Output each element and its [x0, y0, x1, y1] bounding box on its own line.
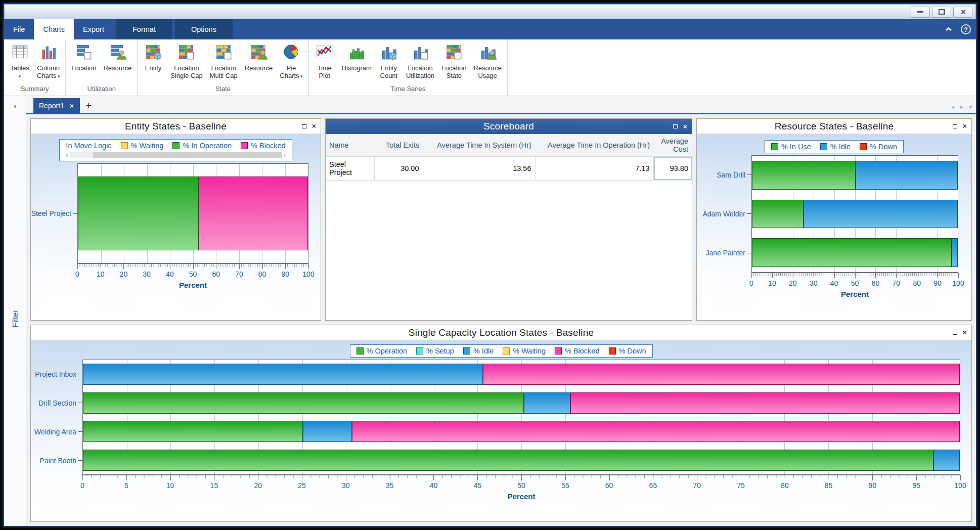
close-button[interactable] — [953, 7, 972, 18]
ribbon-tab-export[interactable]: Export — [74, 19, 113, 39]
minimize-button[interactable] — [911, 7, 930, 18]
report-tabstrip: Report1 + ◂ ▸ ▾ — [26, 96, 976, 114]
ribbon-button-entity-count[interactable]: EntityCount — [375, 41, 403, 79]
filter-label[interactable]: Filter — [11, 310, 20, 327]
help-icon[interactable]: ? — [961, 24, 971, 34]
legend-label: % Operation — [367, 347, 408, 355]
axis-tick-label: 50 — [189, 270, 197, 278]
tab-close-icon[interactable] — [69, 104, 74, 108]
column-header-average-time-in-system-hr[interactable]: Average Time In System (Hr) — [423, 134, 535, 157]
panel-close-icon[interactable] — [962, 330, 967, 335]
ribbon-tab-format[interactable]: Format — [123, 19, 165, 39]
column-header-average-cost[interactable]: Average Cost — [653, 134, 692, 157]
ribbon-tab-options[interactable]: Options — [182, 19, 226, 39]
ribbon-button-column-charts[interactable]: ColumnCharts ▾ — [33, 41, 63, 80]
ribbon-button-location-state[interactable]: LocationState — [438, 41, 470, 79]
bar-segment-idle — [856, 161, 958, 190]
ribbon-group-utilization: LocationResourceUtilization — [66, 39, 138, 96]
cell-average-cost[interactable]: 93.80 — [653, 157, 692, 181]
tab-scroll-right-icon[interactable]: ▸ — [960, 104, 963, 110]
ribbon-button-tables[interactable]: Tables ▾ — [6, 41, 33, 80]
legend-item-waiting[interactable]: % Waiting — [503, 347, 546, 355]
panel-maximize-icon[interactable] — [953, 331, 957, 335]
legend-item-in-move-logic[interactable]: In Move Logic — [66, 142, 111, 150]
panel-maximize-icon[interactable] — [953, 124, 957, 128]
legend-item-in-use[interactable]: % In Use — [771, 143, 811, 151]
cell-average-time-in-system-hr[interactable]: 13.56 — [423, 157, 535, 181]
ribbon-ctx-group-format: Format — [116, 19, 172, 39]
cell-average-time-in-operation-hr[interactable]: 7.13 — [535, 157, 653, 181]
tab-scroll-left-icon[interactable]: ◂ — [951, 104, 954, 110]
legend-label: % In Use — [781, 143, 811, 151]
legend-item-waiting[interactable]: % Waiting — [121, 142, 164, 150]
new-tab-button[interactable]: + — [86, 98, 92, 113]
ribbon-button-pie-charts[interactable]: PieCharts ▾ — [276, 41, 306, 80]
scroll-right-icon[interactable]: › — [284, 152, 286, 158]
panel-close-icon[interactable] — [311, 124, 316, 128]
ribbon-group-label: Utilization — [68, 85, 135, 96]
single-cap-chart: % Operation% Setup% Idle% Waiting% Block… — [31, 340, 971, 521]
ribbon-button-resource-usage[interactable]: ResourceUsage — [470, 41, 505, 79]
legend-item-setup[interactable]: % Setup — [416, 347, 454, 355]
ribbon-button-location-utilization[interactable]: LocationUtilization — [403, 41, 438, 79]
ribbon-button-location[interactable]: Location — [68, 41, 100, 72]
legend-item-down[interactable]: % Down — [860, 143, 897, 151]
axis-tick-label: 80 — [258, 270, 266, 278]
legend-item-in-operation[interactable]: % In Operation — [172, 142, 232, 150]
ribbon-button-label: LocationState — [441, 64, 466, 79]
cell-name[interactable]: Steel Project — [326, 157, 374, 181]
scroll-left-icon[interactable]: ‹ — [66, 152, 68, 158]
bar-segment-idle — [303, 421, 352, 442]
ribbon: Tables ▾ColumnCharts ▾SummaryLocationRes… — [4, 39, 976, 96]
ribbon-tab-file[interactable]: File — [4, 19, 34, 39]
scrollbar-thumb[interactable] — [93, 152, 281, 158]
column-header-average-time-in-operation-hr[interactable]: Average Time In Operation (Hr) — [535, 134, 653, 157]
legend-item-blocked[interactable]: % Blocked — [241, 142, 286, 150]
panel-maximize-icon[interactable] — [673, 124, 678, 128]
axis-tick-label: 15 — [210, 481, 218, 490]
panel-close-icon[interactable] — [683, 124, 687, 129]
panel-close-icon[interactable] — [962, 124, 967, 128]
axis-tick-label: 60 — [872, 279, 880, 287]
collapse-ribbon-icon[interactable] — [946, 27, 952, 31]
legend-item-operation[interactable]: % Operation — [357, 347, 408, 355]
ribbon-button-histogram[interactable]: Histogram — [338, 41, 375, 72]
tab-report1[interactable]: Report1 — [33, 98, 80, 113]
axis-tick-label: 40 — [830, 279, 838, 287]
ribbon-group-label: Summary — [6, 85, 63, 96]
legend-swatch-icon — [771, 143, 778, 150]
legend-item-blocked[interactable]: % Blocked — [555, 347, 600, 355]
filter-rail: › Filter — [4, 96, 26, 526]
tab-list-icon[interactable]: ▾ — [969, 104, 972, 110]
ribbon-button-location-single-cap[interactable]: LocationSingle Cap — [167, 41, 206, 79]
legend-item-down[interactable]: % Down — [609, 347, 646, 355]
axis-tick-label: 75 — [737, 481, 745, 490]
ribbon-button-time-plot[interactable]: TimePlot — [311, 41, 338, 79]
ribbon-button-label: Location — [71, 64, 96, 72]
axis-title: Percent — [751, 290, 958, 298]
legend-item-idle[interactable]: % Idle — [463, 347, 494, 355]
ribbon-button-entity[interactable]: Entity — [140, 41, 167, 72]
bar-segment-idle — [933, 450, 960, 471]
ribbon-button-resource[interactable]: Resource — [100, 41, 135, 72]
cell-total-exits[interactable]: 30.00 — [374, 157, 423, 181]
resource-usage-icon — [479, 43, 497, 63]
scrollbar-track[interactable] — [70, 152, 281, 158]
bar-segment-inuse — [752, 200, 804, 229]
rail-expander-icon[interactable]: › — [14, 101, 17, 111]
panel-maximize-icon[interactable] — [302, 124, 306, 128]
table-row: Steel Project30.0013.567.1393.80 — [326, 157, 692, 181]
column-header-name[interactable]: Name — [326, 134, 374, 157]
axis-tick-label: 10 — [97, 270, 105, 278]
restore-button[interactable] — [932, 7, 951, 18]
axis-tick-label: 10 — [166, 481, 174, 490]
row-tick — [78, 431, 82, 432]
resource-chart: % In Use% Idle% DownSam DrillAdam Welder… — [697, 134, 971, 320]
column-header-total-exits[interactable]: Total Exits — [374, 134, 423, 157]
legend-item-idle[interactable]: % Idle — [820, 143, 851, 151]
dropdown-arrow-icon: ▾ — [19, 74, 21, 79]
ribbon-button-resource[interactable]: Resource — [241, 41, 277, 72]
ribbon-tab-charts[interactable]: Charts — [34, 19, 74, 39]
titlebar — [4, 3, 976, 19]
ribbon-button-location-multi-cap[interactable]: LocationMulti Cap — [206, 41, 241, 79]
